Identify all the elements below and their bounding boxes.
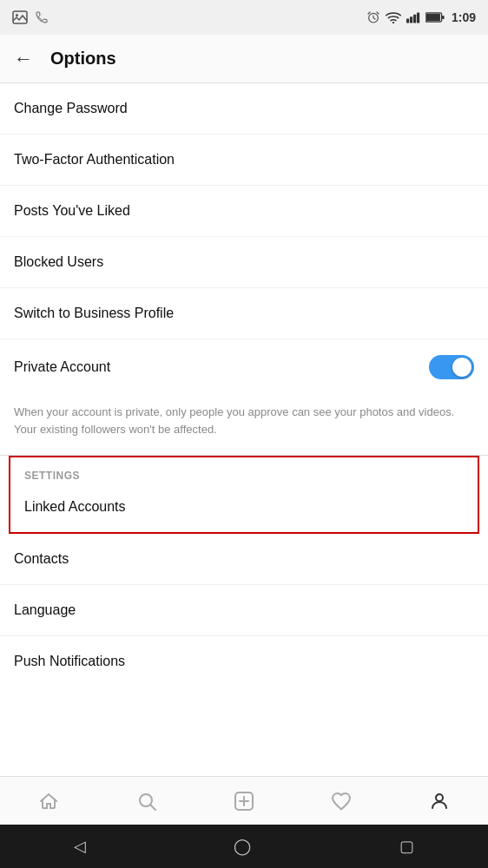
- svg-point-5: [392, 22, 394, 23]
- bottom-nav-home[interactable]: [38, 791, 59, 812]
- bottom-nav: [0, 776, 488, 825]
- private-account-toggle[interactable]: [429, 355, 474, 379]
- android-back-button[interactable]: ◁: [74, 837, 86, 856]
- private-account-label: Private Account: [14, 359, 110, 375]
- back-button[interactable]: ←: [14, 48, 33, 70]
- bottom-nav-activity[interactable]: [331, 791, 352, 812]
- menu-item-posts-liked[interactable]: Posts You've Liked: [0, 186, 488, 237]
- menu-item-label: Two-Factor Authentication: [14, 152, 175, 167]
- svg-rect-6: [406, 19, 409, 23]
- menu-item-blocked-users[interactable]: Blocked Users: [0, 237, 488, 288]
- menu-item-label: Blocked Users: [14, 254, 103, 269]
- alarm-icon: [366, 10, 380, 24]
- signal-icon: [406, 11, 420, 23]
- svg-line-3: [368, 12, 370, 14]
- time-display: 1:09: [452, 10, 476, 24]
- bottom-nav-search[interactable]: [136, 791, 157, 812]
- android-home-button[interactable]: ◯: [234, 837, 251, 856]
- menu-item-language[interactable]: Language: [0, 585, 488, 636]
- svg-point-18: [436, 794, 443, 801]
- battery-icon: [425, 11, 445, 23]
- settings-highlighted-section: SETTINGS Linked Accounts: [9, 456, 479, 534]
- toggle-track: [429, 355, 474, 379]
- menu-item-label: Contacts: [14, 551, 69, 566]
- menu-item-push-notifications[interactable]: Push Notifications: [0, 636, 488, 687]
- private-account-description: When your account is private, only peopl…: [0, 395, 488, 456]
- menu-list: Change Password Two-Factor Authenticatio…: [0, 83, 488, 687]
- back-arrow-icon: ←: [14, 48, 33, 70]
- toggle-thumb: [452, 358, 472, 377]
- top-nav: ← Options: [0, 35, 488, 83]
- menu-item-label: Posts You've Liked: [14, 203, 130, 218]
- svg-line-14: [150, 805, 155, 810]
- phone-icon: [35, 10, 49, 24]
- menu-item-label: Linked Accounts: [24, 499, 126, 514]
- menu-item-contacts[interactable]: Contacts: [0, 534, 488, 585]
- bottom-nav-add[interactable]: [234, 791, 254, 812]
- gallery-icon: [12, 10, 28, 24]
- svg-rect-9: [417, 12, 419, 23]
- android-recents-button[interactable]: ▢: [399, 837, 414, 856]
- menu-item-linked-accounts[interactable]: Linked Accounts: [10, 487, 478, 532]
- private-account-row: Private Account: [0, 339, 488, 395]
- menu-item-label: Push Notifications: [14, 654, 125, 668]
- svg-rect-12: [442, 16, 445, 19]
- status-bar: 1:09: [0, 0, 488, 35]
- svg-rect-11: [426, 14, 440, 21]
- svg-rect-7: [410, 16, 412, 23]
- menu-item-change-password[interactable]: Change Password: [0, 83, 488, 135]
- status-bar-left: [12, 10, 49, 24]
- page-title: Options: [50, 49, 116, 69]
- svg-point-1: [16, 14, 18, 16]
- android-nav-bar: ◁ ◯ ▢: [0, 825, 488, 868]
- wifi-icon: [386, 11, 401, 23]
- svg-line-4: [377, 12, 379, 14]
- status-bar-right: 1:09: [366, 10, 476, 24]
- menu-item-switch-business[interactable]: Switch to Business Profile: [0, 288, 488, 339]
- bottom-nav-profile[interactable]: [429, 791, 450, 812]
- menu-item-label: Change Password: [14, 101, 128, 115]
- svg-rect-8: [413, 15, 416, 23]
- menu-item-two-factor[interactable]: Two-Factor Authentication: [0, 135, 488, 186]
- settings-section-header: SETTINGS: [10, 457, 478, 487]
- menu-item-label: Switch to Business Profile: [14, 306, 174, 320]
- menu-item-label: Language: [14, 602, 76, 617]
